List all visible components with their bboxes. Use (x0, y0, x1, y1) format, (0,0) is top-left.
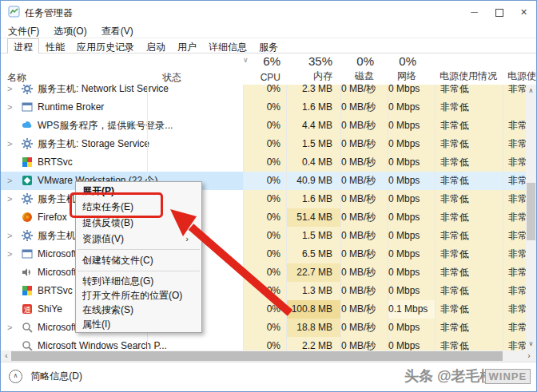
process-name: Firefox (38, 208, 67, 227)
grid-line (388, 53, 388, 350)
menu-separator (78, 249, 200, 250)
expand-chevron-icon[interactable]: > (7, 85, 15, 98)
cell-disk: 0 MB/秒 (341, 263, 388, 282)
context-menu-item[interactable]: 在线搜索(S) (76, 303, 201, 317)
cell-power: 非常低 (436, 190, 503, 208)
cell-mem: 1.5 MB (287, 227, 340, 245)
context-menu-item[interactable]: 属性(I) (76, 317, 201, 331)
grid-line (286, 53, 287, 350)
cell-cpu: 0% (244, 98, 286, 117)
gear-icon (22, 230, 33, 241)
gear-icon (22, 193, 33, 204)
context-menu-item[interactable]: 创建转储文件(C) (76, 252, 201, 268)
vertical-scroll-thumb[interactable] (527, 183, 535, 240)
cell-disk: 0 MB/秒 (341, 85, 388, 98)
details-toggle[interactable]: ∧ 简略信息(D) (9, 370, 82, 383)
horizontal-scroll-thumb[interactable] (11, 351, 503, 361)
process-name: Microsoft (38, 263, 77, 282)
task-manager-window: 任务管理器 ─ × 文件(F)选项(O)查看(V) 进程性能应用历史记录启动用户… (0, 0, 537, 392)
column-header-mem[interactable]: 35%内存 (286, 53, 340, 85)
cell-net: 0 Mbps (388, 337, 435, 350)
cell-disk: 0 MB/秒 (341, 245, 388, 263)
cloud-icon (22, 120, 33, 131)
context-menu-item[interactable]: 资源值(V)› (76, 231, 201, 247)
table-row[interactable]: >服务主机: Storage Service0%1.5 MB0 MB/秒0 Mb… (1, 135, 537, 153)
expand-chevron-icon[interactable]: > (7, 319, 15, 337)
gear-icon (22, 85, 33, 94)
column-header-power[interactable]: 电源使用情况 (435, 53, 503, 85)
minimize-button[interactable]: ─ (462, 1, 487, 23)
cell-net: 0 Mbps (388, 208, 435, 227)
column-header-status[interactable]: 状态 (162, 71, 181, 85)
process-name: ShiYe (38, 300, 62, 319)
cell-net: 0 Mbps (388, 153, 435, 172)
expand-chevron-icon[interactable]: > (7, 245, 15, 263)
cell-disk: 0 MB/秒 (341, 282, 388, 300)
cell-power: 非常低 (436, 117, 503, 135)
column-header-net[interactable]: 0%网络 (388, 53, 435, 85)
cell-power: 非常低 (436, 337, 503, 350)
column-header-label: 网络 (397, 69, 416, 85)
cell-mem: 1.6 MB (287, 98, 340, 117)
submenu-arrow-icon: › (185, 231, 189, 247)
cell-power: 非常低 (436, 85, 503, 98)
cell-disk: 0 MB/秒 (341, 135, 388, 153)
menubar-item[interactable]: 文件(F) (1, 23, 46, 38)
table-header: 名称 状态 ∨ 6%CPU35%内存0%磁盘0%网络电源使用情况电源使用 (1, 53, 536, 85)
table-row[interactable]: WPS服务程序，提供账号登录...0%4.4 MB0 MB/秒0 Mbps非常低… (1, 117, 537, 135)
expand-chevron-icon[interactable]: > (7, 190, 15, 208)
column-header-disk[interactable]: 0%磁盘 (340, 53, 388, 85)
menubar-item[interactable]: 选项(O) (46, 23, 93, 38)
scroll-up-icon[interactable]: ∧ (526, 85, 536, 97)
column-header-name[interactable]: 名称 (7, 71, 26, 85)
task-manager-app-icon (8, 6, 20, 18)
brt-icon (22, 285, 33, 296)
cell-cpu: 0% (244, 208, 286, 227)
tong-icon: 通 (22, 303, 33, 315)
cell-net: 0.1 Mbps (388, 300, 435, 319)
speaker-icon (22, 267, 33, 278)
cell-net: 0 Mbps (388, 263, 435, 282)
expand-chevron-icon[interactable]: > (7, 135, 15, 153)
cell-mem: 2.2 MB (287, 337, 340, 350)
context-menu-item-label: 提供反馈(B) (82, 217, 133, 228)
cell-cpu: 0% (244, 319, 286, 337)
table-row[interactable]: >Runtime Broker0%1.6 MB0 MB/秒0 Mbps非常低 (1, 98, 537, 117)
scroll-right-icon[interactable]: › (523, 350, 535, 362)
expand-chevron-icon[interactable]: > (7, 172, 15, 190)
cell-net: 0 Mbps (388, 319, 435, 337)
table-row[interactable]: Microsoft Windows Search P...0%2.2 MB0 M… (1, 337, 537, 350)
cell-disk: 0 MB/秒 (341, 172, 388, 190)
table-row[interactable]: >服务主机: Network List Service0%2.3 MB0 MB/… (1, 85, 537, 98)
gear-icon (22, 138, 33, 149)
column-header-pct: 6% (263, 53, 280, 68)
expand-chevron-icon[interactable]: > (7, 227, 15, 245)
vertical-scrollbar[interactable]: ∧ ∨ (526, 85, 536, 350)
scroll-left-icon[interactable]: ‹ (1, 350, 12, 362)
process-name: Runtime Broker (38, 98, 104, 117)
scroll-down-icon[interactable]: ∨ (526, 338, 536, 350)
column-header-trend[interactable]: 电源使用 (503, 53, 537, 85)
cell-disk: 0 MB/秒 (341, 319, 388, 337)
close-button[interactable]: × (511, 1, 536, 23)
context-menu-item[interactable]: 转到详细信息(G) (76, 274, 201, 288)
chevron-up-circle-icon: ∧ (9, 370, 22, 383)
brt-icon (22, 156, 33, 168)
table-row[interactable]: BRTSvc0%0.4 MB0 MB/秒0 Mbps非常低非常低 (1, 153, 537, 172)
cell-power: 非常低 (436, 300, 503, 319)
menubar-item[interactable]: 查看(V) (94, 23, 141, 38)
horizontal-scrollbar[interactable]: ‹ › (1, 350, 537, 362)
column-header-cpu[interactable]: 6%CPU (243, 53, 286, 85)
search-icon (22, 322, 33, 333)
column-header-label: 电源使用情况 (440, 69, 497, 85)
maximize-icon (495, 9, 503, 17)
cell-power: 非常低 (436, 208, 503, 227)
context-menu-item[interactable]: 打开文件所在的位置(O) (76, 288, 201, 303)
cell-disk: 0 MB/秒 (341, 153, 388, 172)
cell-mem: 1.6 MB (287, 190, 340, 208)
expand-chevron-icon[interactable]: > (7, 98, 15, 117)
cell-disk: 0 MB/秒 (341, 227, 388, 245)
maximize-button[interactable] (487, 1, 511, 23)
cell-mem: 2.3 MB (287, 85, 340, 98)
cell-mem: 4.4 MB (287, 117, 340, 135)
